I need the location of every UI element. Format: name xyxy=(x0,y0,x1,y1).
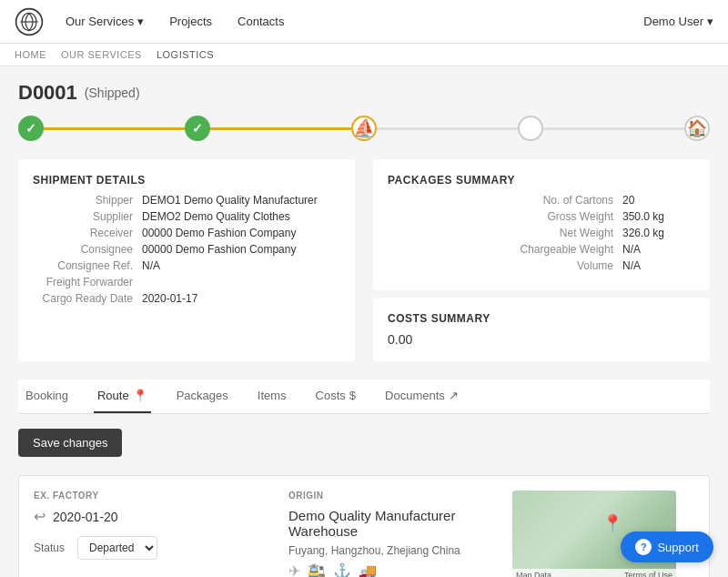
pkg-gross: Gross Weight 350.0 kg xyxy=(548,210,695,223)
checkmark-icon: ✓ xyxy=(25,121,36,136)
ex-factory-left: EX. FACTORY ↩ 2020-01-20 Status Departed… xyxy=(34,491,270,577)
checkmark-icon: ✓ xyxy=(192,121,203,136)
tab-costs[interactable]: Costs $ xyxy=(312,380,359,413)
external-link-icon: ↗ xyxy=(449,389,459,402)
anchor-icon: ⚓ xyxy=(333,562,351,577)
detail-shipper: Shipper DEMO1 Demo Quality Manufacturer xyxy=(33,194,340,207)
progress-track: ✓ ✓ ⛵ 🏠 xyxy=(18,116,710,141)
map-pin-icon: 📍 xyxy=(602,513,622,533)
nav-contacts[interactable]: Contacts xyxy=(227,7,295,35)
costs-value: 0.00 xyxy=(388,332,695,347)
detail-supplier: Supplier DEMO2 Demo Quality Clothes xyxy=(33,210,340,223)
nav-user[interactable]: Demo User ▾ xyxy=(643,15,713,28)
progress-step-2: ✓ xyxy=(185,116,210,141)
ex-factory-date-row: ↩ 2020-01-20 xyxy=(34,508,270,525)
shipment-details-panel: SHIPMENT DETAILS Shipper DEMO1 Demo Qual… xyxy=(18,159,355,361)
support-button[interactable]: ? Support xyxy=(621,531,713,562)
pkg-chargeable: Chargeable Weight N/A xyxy=(520,243,695,256)
progress-step-ship: ⛵ xyxy=(351,116,377,141)
breadcrumb-logistics[interactable]: LOGISTICS xyxy=(157,49,214,60)
progress-line-1 xyxy=(44,127,185,130)
tab-documents[interactable]: Documents ↗ xyxy=(381,380,462,413)
dollar-icon: $ xyxy=(349,389,356,402)
detail-consignee-ref: Consignee Ref. N/A xyxy=(33,259,340,272)
ex-factory-section: EX. FACTORY ↩ 2020-01-20 Status Departed… xyxy=(18,475,710,577)
nav-our-services[interactable]: Our Services ▾ xyxy=(55,7,155,35)
ship-icon: ⛵ xyxy=(353,117,376,139)
info-grid: SHIPMENT DETAILS Shipper DEMO1 Demo Qual… xyxy=(18,159,710,365)
origin-transport-icons: ✈ 🚉 ⚓ 🚚 xyxy=(288,562,512,577)
route-pin-icon: 📍 xyxy=(133,389,147,402)
tab-booking[interactable]: Booking xyxy=(22,380,72,413)
pkg-net: Net Weight 326.0 kg xyxy=(560,227,695,239)
tabs: Booking Route 📍 Packages Items Costs $ D… xyxy=(18,380,710,414)
tab-packages[interactable]: Packages xyxy=(173,380,232,413)
progress-step-home: 🏠 xyxy=(684,116,710,141)
progress-line-2 xyxy=(210,127,351,130)
detail-freight: Freight Forwarder xyxy=(33,276,340,288)
save-changes-button[interactable]: Save changes xyxy=(18,429,122,457)
detail-cargo-ready: Cargo Ready Date 2020-01-17 xyxy=(33,292,340,305)
shipment-details-title: SHIPMENT DETAILS xyxy=(33,174,340,187)
shipment-title: D0001 (Shipped) xyxy=(18,81,710,105)
progress-step-3 xyxy=(518,116,543,141)
packages-summary-panel: PACKAGES SUMMARY No. of Cartons 20 Gross… xyxy=(373,159,710,290)
chevron-down-icon: ▾ xyxy=(137,15,144,28)
calendar-icon: ↩ xyxy=(34,508,46,525)
breadcrumb: HOME OUR SERVICES LOGISTICS xyxy=(0,44,728,66)
question-icon: ? xyxy=(635,539,652,555)
breadcrumb-our-services[interactable]: OUR SERVICES xyxy=(61,49,142,60)
progress-line-4 xyxy=(543,127,684,130)
pkg-volume: Volume N/A xyxy=(577,259,695,272)
chevron-down-icon: ▾ xyxy=(707,15,713,28)
pkg-cartons: No. of Cartons 20 xyxy=(543,194,695,207)
tab-items[interactable]: Items xyxy=(254,380,290,413)
ex-factory-status-row: Status Departed Pending Arrived xyxy=(34,536,270,560)
main-content: D0001 (Shipped) ✓ ✓ ⛵ 🏠 SHIPMENT DETAILS… xyxy=(0,66,728,577)
breadcrumb-home[interactable]: HOME xyxy=(15,49,46,60)
origin-middle: ORIGIN Demo Quality Manufacturer Warehou… xyxy=(270,491,512,577)
app-logo xyxy=(15,7,44,36)
progress-line-3 xyxy=(377,127,518,130)
truck-icon: 🚚 xyxy=(359,562,377,577)
detail-consignee: Consignee 00000 Demo Fashion Company xyxy=(33,243,340,256)
navbar: Our Services ▾ Projects Contacts Demo Us… xyxy=(0,0,728,44)
costs-summary-panel: COSTS SUMMARY 0.00 xyxy=(373,298,710,361)
train-icon: 🚉 xyxy=(308,562,326,577)
detail-receiver: Receiver 00000 Demo Fashion Company xyxy=(33,227,340,239)
tab-route[interactable]: Route 📍 xyxy=(94,380,151,413)
nav-links: Our Services ▾ Projects Contacts xyxy=(55,7,643,35)
nav-projects[interactable]: Projects xyxy=(158,7,223,35)
costs-title: COSTS SUMMARY xyxy=(388,312,695,325)
home-icon: 🏠 xyxy=(687,118,707,138)
plane-icon: ✈ xyxy=(288,562,300,577)
packages-title: PACKAGES SUMMARY xyxy=(388,174,695,187)
right-panels: PACKAGES SUMMARY No. of Cartons 20 Gross… xyxy=(373,159,710,365)
progress-step-1: ✓ xyxy=(18,116,44,141)
ex-factory-status-select[interactable]: Departed Pending Arrived xyxy=(77,536,157,560)
